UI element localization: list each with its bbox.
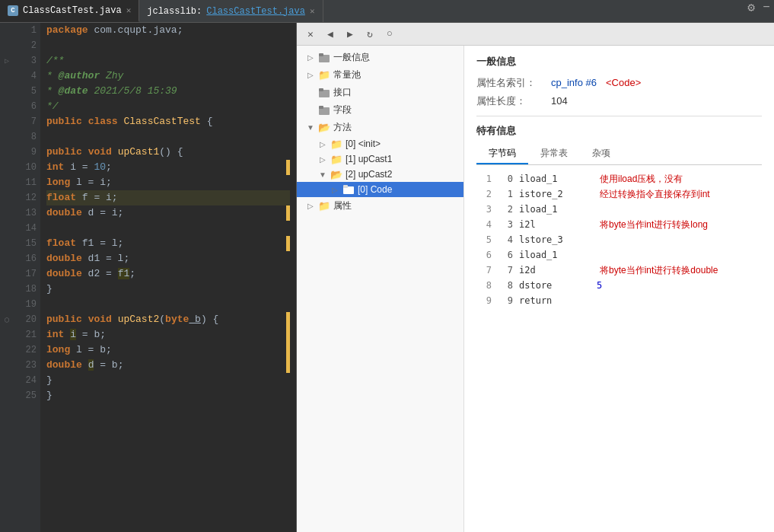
tree-panel: ▷ 一般信息 ▷ 📁 常量池: [297, 46, 464, 532]
gutter-24: [0, 373, 14, 388]
ln-14: 14: [18, 221, 37, 236]
kw-package: package: [46, 24, 88, 36]
tree-icon-upcast2: 📂: [330, 169, 342, 180]
bc-row3-rownum: 3: [476, 204, 492, 215]
tree-item-general[interactable]: ▷ 一般信息: [297, 49, 463, 66]
yellow-marker-22: [286, 342, 290, 358]
ln-17: 17: [18, 266, 37, 282]
bc-row3-offset: 2: [498, 204, 513, 215]
code-line-4: * @author Zhy: [46, 68, 290, 84]
tab-classcasttest[interactable]: C ClassCastTest.java ✕: [0, 0, 139, 22]
attr-name-label: 属性名索引：: [476, 76, 545, 90]
bc-row2-offset: 1: [498, 189, 513, 199]
attr-length-label: 属性长度：: [476, 94, 545, 108]
tree-label-code: [0] Code: [358, 184, 457, 195]
java-file-icon: C: [8, 5, 18, 16]
gutter-25: [0, 388, 14, 403]
jclasslib-body: ▷ 一般信息 ▷ 📁 常量池: [297, 46, 774, 532]
tab-jclasslib-prefix: jclasslib:: [147, 6, 202, 17]
yellow-marker-15: [286, 236, 290, 251]
settings-button[interactable]: ⚙: [744, 0, 759, 15]
code-line-14: [46, 221, 290, 236]
gutter-7: [0, 114, 14, 129]
gutter-15: [0, 236, 14, 251]
ln-8: 8: [18, 129, 37, 145]
code-line-20: public void upCast2(byte b) {: [46, 312, 290, 327]
close-tab-jclasslib[interactable]: ✕: [310, 6, 315, 16]
gutter-5: [0, 84, 14, 99]
tree-item-code[interactable]: ▷ [0] Code: [297, 182, 463, 197]
detail-divider: [476, 116, 762, 116]
bc-row-2: 2 1 istore_2 经过转换指令直接保存到int: [476, 186, 762, 202]
jclasslib-toolbar: ✕ ◀ ▶ ↻ ○: [297, 23, 774, 46]
tree-item-upcast1[interactable]: ▷ 📁 [1] upCast1: [297, 151, 463, 167]
code-line-15: float f1 = l;: [46, 236, 290, 251]
bc-row1-rownum: 1: [476, 174, 492, 184]
tree-item-upcast2[interactable]: ▼ 📂 [2] upCast2: [297, 167, 463, 182]
ln-2: 2: [18, 38, 37, 53]
red-arrows-svg: [464, 46, 469, 247]
code-wrapper[interactable]: package com.cqupt.java; /** * @author Zh…: [40, 23, 296, 532]
attr-name-link[interactable]: cp_info #6: [551, 77, 597, 88]
bc-row7-instr: i2d: [519, 265, 588, 276]
gutter-1: [0, 23, 14, 38]
ln-3: 3: [18, 53, 37, 68]
gutter-6: [0, 99, 14, 114]
tree-label-upcast1: [1] upCast1: [346, 154, 457, 164]
tree-item-fields[interactable]: 字段: [297, 101, 463, 119]
tree-item-constant-pool[interactable]: ▷ 📁 常量池: [297, 66, 463, 84]
jcl-refresh-btn[interactable]: ↻: [362, 27, 377, 42]
tree-icon-fields: [318, 105, 330, 116]
bc-row2-instr: istore_2: [519, 189, 588, 199]
ln-19: 19: [18, 297, 37, 312]
tree-icon-methods: 📂: [318, 123, 330, 133]
gutter-9: [0, 145, 14, 160]
ln-13: 13: [18, 205, 37, 221]
gutter-4: [0, 68, 14, 84]
tree-arrow-upcast2: ▼: [318, 170, 327, 179]
tree-label-methods: 方法: [333, 121, 457, 134]
jcl-circle-btn[interactable]: ○: [382, 27, 397, 42]
ln-23: 23: [18, 358, 37, 373]
jcl-forward-btn[interactable]: ▶: [342, 27, 358, 42]
yellow-marker-20: [286, 312, 290, 327]
code-line-11: long l = i;: [46, 175, 290, 190]
tree-item-interfaces[interactable]: 接口: [297, 84, 463, 101]
bc-row4-offset: 3: [498, 219, 513, 230]
code-line-16: double d1 = l;: [46, 251, 290, 266]
ln-16: 16: [18, 251, 37, 266]
bc-row-6: 6 6 iload_1: [476, 247, 762, 263]
gutter-23: [0, 358, 14, 373]
ln-21: 21: [18, 327, 37, 342]
special-info-title: 特有信息: [476, 124, 762, 138]
minimize-button[interactable]: −: [759, 0, 774, 15]
tree-icon-attributes: 📁: [318, 201, 330, 212]
tree-item-attributes[interactable]: ▷ 📁 属性: [297, 197, 463, 215]
code-area: ▷ ◯: [0, 23, 296, 532]
ln-6: 6: [18, 99, 37, 114]
tree-arrow-attributes: ▷: [306, 202, 315, 210]
svg-rect-11: [343, 185, 348, 188]
jcl-close-btn[interactable]: ✕: [303, 27, 318, 42]
svg-rect-9: [319, 106, 323, 109]
ln-7: 7: [18, 114, 37, 129]
bc-row1-offset: 0: [498, 174, 513, 184]
tree-label-general: 一般信息: [333, 51, 457, 64]
code-line-24: }: [46, 373, 290, 388]
code-line-7: public class ClassCastTest {: [46, 114, 290, 129]
tree-arrow-code: ▷: [330, 186, 339, 194]
ln-1: 1: [18, 23, 37, 38]
tree-item-init[interactable]: ▷ 📁 [0] <init>: [297, 136, 463, 151]
detail-panel: 一般信息 属性名索引： cp_info #6 <Code> 属性长度： 104 …: [464, 46, 774, 532]
jcl-back-btn[interactable]: ◀: [323, 27, 338, 42]
attr-name-row: 属性名索引： cp_info #6 <Code>: [476, 76, 762, 90]
close-tab-classcasttest[interactable]: ✕: [126, 5, 132, 15]
bc-tab-bytecode[interactable]: 字节码: [476, 144, 528, 164]
tree-item-methods[interactable]: ▼ 📂 方法: [297, 119, 463, 136]
code-line-9: public void upCast1() {: [46, 145, 290, 160]
tree-icon-upcast1: 📁: [330, 154, 342, 164]
bc-tab-misc[interactable]: 杂项: [580, 144, 623, 164]
tree-arrow-upcast1: ▷: [318, 155, 327, 164]
tab-jclasslib[interactable]: jclasslib: ClassCastTest.java ✕: [139, 0, 323, 22]
bc-tab-exception[interactable]: 异常表: [528, 144, 580, 164]
